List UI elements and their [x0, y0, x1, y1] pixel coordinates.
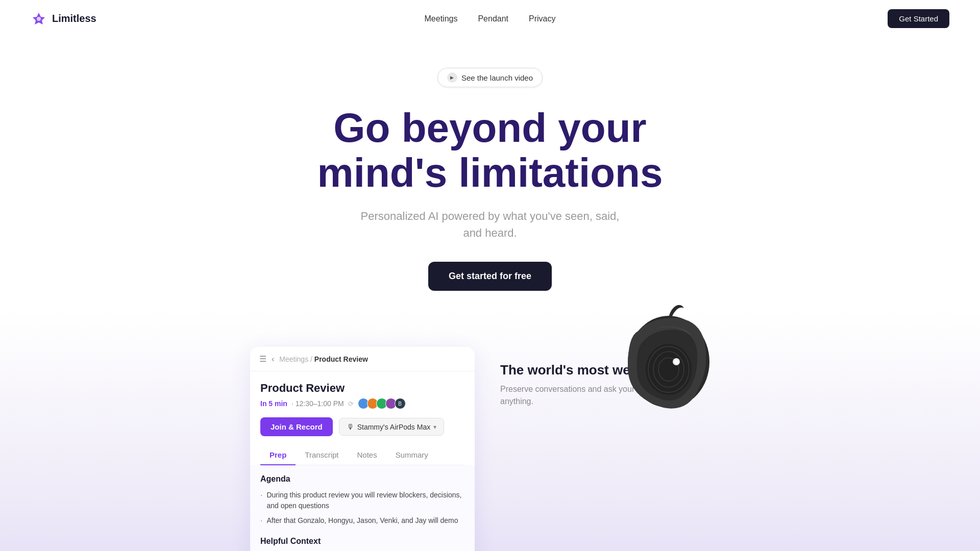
time-badge: In 5 min	[260, 399, 287, 408]
launch-video-button[interactable]: ▶ See the launch video	[437, 68, 543, 87]
app-card-header: ☰ ‹ Meetings / Product Review	[250, 347, 475, 371]
meeting-time: · 12:30–1:00 PM	[291, 399, 344, 408]
nav-meetings[interactable]: Meetings	[425, 14, 458, 23]
pendant-svg	[597, 285, 730, 418]
hero-get-started-button[interactable]: Get started for free	[428, 262, 552, 291]
logo[interactable]: Limitless	[31, 11, 96, 27]
mic-icon: 🎙	[347, 422, 354, 431]
agenda-item-2-text: After that Gonzalo, Hongyu, Jason, Venki…	[266, 515, 458, 526]
helpful-context-title: Helpful Context	[260, 537, 464, 546]
action-row: Join & Record 🎙 Stammy's AirPods Max ▾	[260, 417, 464, 436]
tab-summary[interactable]: Summary	[386, 445, 437, 465]
breadcrumb-current: Product Review	[314, 355, 368, 363]
bullet-icon-1: ·	[260, 490, 262, 501]
hero-title: Go beyond your mind's limitations	[317, 106, 663, 195]
app-card: ☰ ‹ Meetings / Product Review Product Re…	[250, 347, 475, 551]
avatar-5: B	[395, 398, 406, 409]
demo-section: ☰ ‹ Meetings / Product Review Product Re…	[0, 311, 980, 551]
hero-section: ▶ See the launch video Go beyond your mi…	[0, 37, 980, 311]
right-panel: The world's most wearable AI. Preserve c…	[475, 342, 730, 408]
bullet-icon-2: ·	[260, 515, 262, 527]
nav-links: Meetings Pendant Privacy	[425, 14, 556, 23]
app-card-body: Product Review In 5 min · 12:30–1:00 PM …	[250, 371, 475, 465]
pendant-image	[597, 285, 730, 418]
join-record-button[interactable]: Join & Record	[260, 417, 333, 436]
nav-privacy[interactable]: Privacy	[529, 14, 555, 23]
agenda-list: · During this product review you will re…	[260, 490, 464, 527]
nav-pendant[interactable]: Pendant	[478, 14, 508, 23]
breadcrumb: Meetings / Product Review	[279, 355, 368, 363]
audio-device-label: Stammy's AirPods Max	[357, 423, 431, 431]
chevron-down-icon: ▾	[433, 423, 436, 431]
agenda-item-1: · During this product review you will re…	[260, 490, 464, 511]
meeting-meta: In 5 min · 12:30–1:00 PM ⟳ B	[260, 398, 464, 409]
agenda-item-2: · After that Gonzalo, Hongyu, Jason, Ven…	[260, 515, 464, 527]
hamburger-icon[interactable]: ☰	[259, 354, 266, 364]
agenda-title: Agenda	[260, 474, 464, 484]
hero-title-line2: mind's limitations	[317, 150, 663, 195]
logo-text: Limitless	[52, 13, 96, 24]
tab-prep[interactable]: Prep	[260, 445, 296, 465]
tab-notes[interactable]: Notes	[348, 445, 386, 465]
meeting-title: Product Review	[260, 382, 464, 395]
hero-subtitle: Personalized AI powered by what you've s…	[357, 208, 623, 241]
back-icon[interactable]: ‹	[272, 355, 274, 364]
logo-icon	[31, 11, 47, 27]
agenda-item-1-text: During this product review you will revi…	[266, 490, 464, 511]
tab-transcript[interactable]: Transcript	[296, 445, 348, 465]
launch-video-label: See the launch video	[461, 73, 533, 82]
sync-icon: ⟳	[348, 400, 354, 408]
svg-point-0	[37, 17, 41, 21]
svg-point-7	[674, 360, 678, 364]
breadcrumb-prefix: Meetings /	[279, 355, 312, 363]
audio-selector[interactable]: 🎙 Stammy's AirPods Max ▾	[339, 418, 445, 436]
navbar: Limitless Meetings Pendant Privacy Get S…	[0, 0, 980, 37]
avatars: B	[358, 398, 406, 409]
hero-title-line1: Go beyond your	[333, 105, 646, 151]
nav-get-started-button[interactable]: Get Started	[888, 9, 949, 28]
play-icon: ▶	[447, 72, 457, 83]
agenda-content: Agenda · During this product review you …	[250, 465, 475, 552]
tabs: Prep Transcript Notes Summary	[260, 445, 464, 465]
